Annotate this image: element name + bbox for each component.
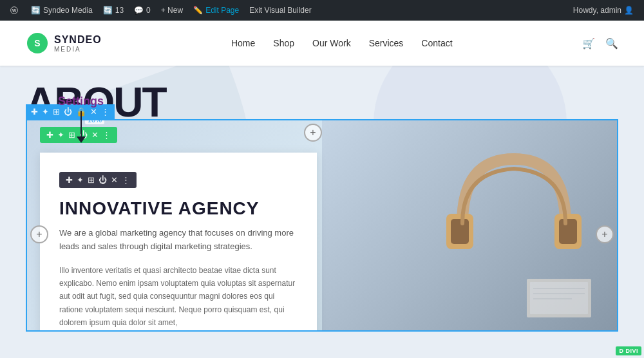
blue-border-section: + + + ✚ ✦ ⊞ ⏻ ✕ ⋮ 10% (26, 119, 618, 332)
builder-section: ✚ ✦ ⊞ ⏻ 🔒 ✕ ⋮ Settings (26, 104, 618, 358)
divi-badge: D DIVI (616, 346, 641, 355)
logo-name: SYNDEO (54, 34, 102, 46)
logo-sub: MEDIA (54, 46, 102, 53)
content-card: ✚ ✦ ⊞ ⏻ ✕ ⋮ INNOVATIVE AGENCY We are a g… (40, 153, 317, 332)
logo-svg: S (26, 32, 49, 55)
card-delete-icon[interactable]: ✕ (111, 175, 118, 185)
comments-item[interactable]: 💬 0 (129, 0, 156, 21)
svg-text:W: W (12, 8, 17, 13)
add-row-icon[interactable]: ✚ (31, 107, 38, 117)
site-name[interactable]: 🔄 Syndeo Media (26, 0, 98, 21)
nav-our-work[interactable]: Our Work (312, 38, 351, 48)
add-top-btn[interactable]: + (304, 124, 322, 142)
headphone-image-area (322, 120, 617, 330)
site-header: S SYNDEO MEDIA Home Shop Our Work Servic… (0, 21, 644, 66)
headphone-visual (424, 133, 604, 275)
card-body: Illo inventore veritatis et quasi archit… (59, 264, 298, 330)
admin-bar: W 🔄 Syndeo Media 🔄 13 💬 0 + New ✏️ Edit … (0, 0, 644, 21)
svg-rect-9 (530, 282, 588, 314)
nav-services[interactable]: Services (369, 38, 404, 48)
exit-builder-item[interactable]: Exit Visual Builder (244, 0, 317, 21)
search-icon[interactable]: 🔍 (605, 37, 618, 50)
howdy-item[interactable]: Howdy, admin 👤 (568, 0, 639, 21)
notebook-visual (520, 266, 598, 317)
card-add-icon[interactable]: ✚ (66, 175, 73, 185)
inner-add-icon[interactable]: ✚ (46, 130, 53, 140)
card-subtitle: We are a global marketing agency that fo… (59, 227, 298, 254)
svg-text:S: S (34, 38, 40, 48)
wp-logo[interactable]: W (5, 1, 23, 19)
new-item[interactable]: + New (156, 0, 188, 21)
site-nav: Home Shop Our Work Services Contact (231, 38, 453, 48)
nav-shop[interactable]: Shop (273, 38, 294, 48)
page-content: ABOUT ✚ ✦ ⊞ ⏻ 🔒 ✕ ⋮ Settings (0, 66, 644, 358)
settings-label: Settings (58, 95, 104, 108)
card-power-icon[interactable]: ⏻ (99, 175, 107, 185)
edit-page-item[interactable]: ✏️ Edit Page (188, 0, 244, 21)
settings-arrow (77, 111, 86, 143)
site-logo[interactable]: S SYNDEO MEDIA (26, 32, 102, 55)
card-more-icon[interactable]: ⋮ (122, 175, 130, 185)
add-right-btn[interactable]: + (596, 225, 614, 243)
card-module-toolbar: ✚ ✦ ⊞ ⏻ ✕ ⋮ (59, 172, 137, 188)
svg-rect-7 (559, 219, 577, 244)
section-background: + + + ✚ ✦ ⊞ ⏻ ✕ ⋮ 10% (27, 120, 617, 330)
add-left-btn[interactable]: + (30, 225, 48, 243)
card-heading: INNOVATIVE AGENCY (59, 198, 298, 219)
card-settings-icon[interactable]: ✦ (77, 175, 84, 185)
settings-annotation: Settings (58, 95, 104, 143)
settings-icon[interactable]: ✦ (42, 107, 49, 117)
card-columns-icon[interactable]: ⊞ (88, 175, 95, 185)
svg-rect-5 (451, 219, 469, 244)
nav-contact[interactable]: Contact (421, 38, 452, 48)
cart-icon[interactable]: 🛒 (582, 37, 595, 50)
updates-item[interactable]: 🔄 13 (98, 0, 129, 21)
nav-icons: 🛒 🔍 (582, 37, 618, 50)
nav-home[interactable]: Home (231, 38, 255, 48)
